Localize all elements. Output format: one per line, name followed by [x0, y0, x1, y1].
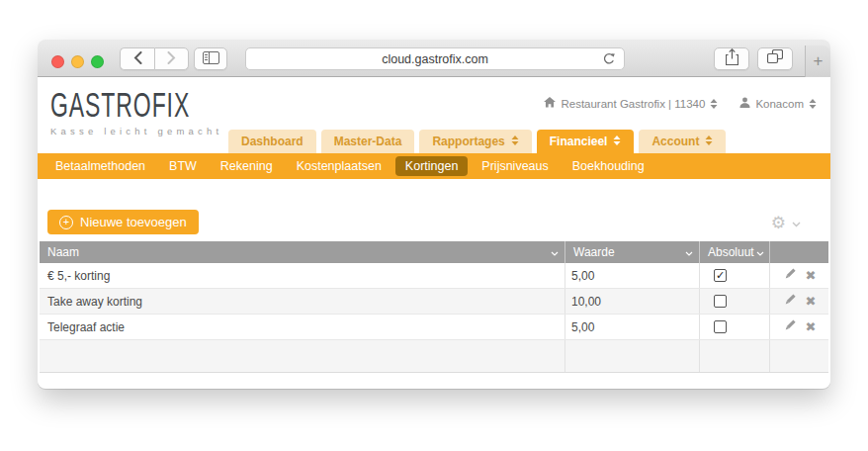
column-header-actions	[769, 241, 828, 263]
action-row: + Nieuwe toevoegen ⚙	[47, 210, 801, 234]
cell-absoluut	[699, 315, 769, 339]
reload-icon[interactable]	[602, 52, 616, 70]
forward-button[interactable]	[154, 47, 189, 70]
sort-icon	[613, 135, 621, 148]
tab-master-data[interactable]: Master-Data	[321, 130, 415, 153]
restaurant-selector[interactable]: Restaurant Gastrofix | 11340	[544, 97, 718, 110]
user-label: Konacom	[755, 98, 804, 110]
zoom-window-button[interactable]	[91, 55, 104, 68]
subnav-boekhouding[interactable]: Boekhouding	[561, 153, 656, 179]
user-icon	[739, 97, 750, 110]
plus-circle-icon: +	[59, 216, 73, 229]
tab-rapportages[interactable]: Rapportages	[419, 130, 531, 153]
restaurant-label: Restaurant Gastrofix | 11340	[561, 98, 705, 110]
close-window-button[interactable]	[51, 55, 64, 68]
table-row: € 5,- korting 5,00 ✓ ✖	[40, 263, 828, 289]
subnav-betaalmethoden[interactable]: Betaalmethoden	[43, 153, 157, 179]
add-new-button[interactable]: + Nieuwe toevoegen	[47, 210, 199, 234]
show-tabs-button[interactable]	[757, 47, 793, 70]
cell-waarde: 5,00	[564, 315, 699, 339]
subnav-rekening[interactable]: Rekening	[209, 153, 285, 179]
sort-icon	[710, 99, 718, 109]
app-header: GASTROFIX Kasse leicht gemacht Restauran…	[38, 77, 830, 153]
edit-icon[interactable]	[783, 294, 796, 310]
kortingen-table: Naam Waarde Absoluut	[40, 241, 828, 373]
subnav-kostenplaatsen[interactable]: Kostenplaatsen	[285, 153, 393, 179]
cell-actions: ✖	[769, 315, 828, 339]
edit-icon[interactable]	[783, 268, 796, 284]
sort-icon	[809, 99, 817, 109]
chevron-down-icon	[551, 245, 559, 259]
table-row: Take away korting 10,00 ✖	[40, 289, 828, 315]
column-header-naam[interactable]: Naam	[40, 241, 564, 263]
delete-icon[interactable]: ✖	[806, 268, 817, 283]
absoluut-checkbox[interactable]: ✓	[714, 269, 727, 282]
delete-icon[interactable]: ✖	[806, 294, 817, 309]
tab-dashboard[interactable]: Dashboard	[228, 130, 316, 153]
page-content: GASTROFIX Kasse leicht gemacht Restauran…	[38, 77, 830, 388]
tab-financieel[interactable]: Financieel	[537, 130, 635, 153]
share-icon	[726, 48, 738, 69]
cell-absoluut	[699, 289, 769, 314]
table-header-row: Naam Waarde Absoluut	[40, 241, 828, 263]
chevron-left-icon	[133, 50, 142, 68]
sort-icon	[705, 135, 713, 148]
cell-naam: Telegraaf actie	[40, 315, 564, 339]
user-selector[interactable]: Konacom	[739, 97, 817, 110]
home-icon	[544, 97, 556, 110]
column-header-waarde[interactable]: Waarde	[564, 241, 699, 263]
absoluut-checkbox[interactable]	[714, 295, 727, 308]
table-row: Telegraaf actie 5,00 ✖	[40, 315, 828, 340]
share-button[interactable]	[714, 47, 749, 70]
table-footer-row	[40, 340, 828, 373]
chevron-down-icon	[792, 214, 801, 231]
chevron-down-icon	[685, 245, 693, 259]
subnav-prijsniveaus[interactable]: Prijsniveaus	[470, 153, 560, 179]
cell-absoluut: ✓	[699, 263, 769, 288]
cell-naam: Take away korting	[40, 289, 564, 314]
browser-window: cloud.gastrofix.com	[38, 40, 830, 389]
back-button[interactable]	[120, 47, 154, 70]
cell-naam: € 5,- korting	[40, 263, 564, 288]
minimize-window-button[interactable]	[71, 55, 84, 68]
cell-actions: ✖	[769, 289, 828, 314]
financieel-subnav: Betaalmethoden BTW Rekening Kostenplaats…	[38, 153, 830, 179]
subnav-btw[interactable]: BTW	[157, 153, 209, 179]
gastrofix-logo: GASTROFIX	[50, 85, 190, 126]
table-settings[interactable]: ⚙	[771, 213, 801, 232]
gear-icon: ⚙	[771, 213, 786, 232]
edit-icon[interactable]	[783, 319, 796, 335]
main-tabs: Dashboard Master-Data Rapportages Financ…	[228, 130, 726, 153]
tab-account[interactable]: Account	[639, 130, 726, 153]
new-tab-button[interactable]: +	[805, 45, 830, 77]
add-new-label: Nieuwe toevoegen	[80, 215, 187, 229]
sidebar-icon	[203, 50, 219, 68]
logo-tagline: Kasse leicht gemacht	[50, 126, 222, 136]
plus-icon: +	[814, 51, 824, 71]
cell-waarde: 5,00	[564, 263, 699, 288]
account-bar: Restaurant Gastrofix | 11340 Konacom	[544, 97, 817, 110]
tabs-overview-icon	[767, 49, 783, 68]
sort-icon	[511, 135, 519, 148]
cell-waarde: 10,00	[564, 289, 699, 314]
url-text: cloud.gastrofix.com	[382, 52, 488, 66]
cell-actions: ✖	[769, 263, 828, 288]
subnav-kortingen[interactable]: Kortingen	[395, 156, 469, 176]
absoluut-checkbox[interactable]	[714, 320, 727, 333]
delete-icon[interactable]: ✖	[806, 319, 817, 334]
chevron-down-icon	[756, 245, 764, 259]
sidebar-toggle-button[interactable]	[194, 47, 227, 70]
browser-toolbar: cloud.gastrofix.com	[38, 40, 830, 77]
url-bar[interactable]: cloud.gastrofix.com	[245, 47, 625, 70]
chevron-right-icon	[167, 50, 176, 68]
column-header-absoluut[interactable]: Absoluut	[699, 241, 769, 263]
